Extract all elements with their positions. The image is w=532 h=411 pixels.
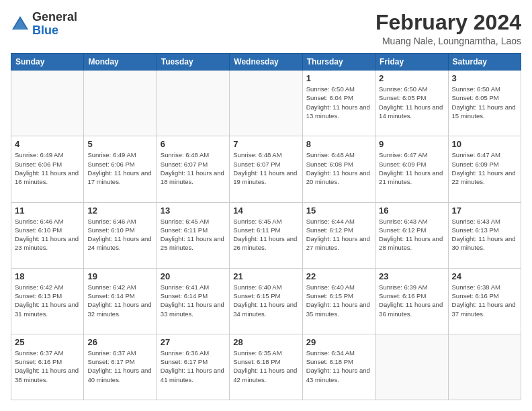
table-row: 3Sunrise: 6:50 AM Sunset: 6:05 PM Daylig… — [448, 71, 521, 136]
day-info: Sunrise: 6:42 AM Sunset: 6:14 PM Dayligh… — [87, 283, 152, 318]
day-info: Sunrise: 6:37 AM Sunset: 6:16 PM Dayligh… — [15, 349, 80, 384]
table-row: 26Sunrise: 6:37 AM Sunset: 6:17 PM Dayli… — [84, 334, 157, 400]
day-info: Sunrise: 6:37 AM Sunset: 6:17 PM Dayligh… — [87, 349, 152, 384]
day-number: 23 — [379, 271, 444, 281]
table-row: 29Sunrise: 6:34 AM Sunset: 6:18 PM Dayli… — [302, 334, 375, 400]
day-number: 28 — [233, 337, 298, 347]
table-row: 28Sunrise: 6:35 AM Sunset: 6:18 PM Dayli… — [230, 334, 302, 400]
day-number: 14 — [233, 205, 298, 216]
col-sunday: Sunday — [11, 54, 84, 71]
table-row: 18Sunrise: 6:42 AM Sunset: 6:13 PM Dayli… — [11, 268, 84, 334]
col-thursday: Thursday — [302, 54, 375, 71]
day-number: 27 — [161, 337, 226, 347]
day-info: Sunrise: 6:38 AM Sunset: 6:16 PM Dayligh… — [452, 283, 517, 318]
day-info: Sunrise: 6:50 AM Sunset: 6:05 PM Dayligh… — [452, 85, 517, 120]
day-info: Sunrise: 6:42 AM Sunset: 6:13 PM Dayligh… — [15, 283, 80, 318]
table-row — [375, 334, 448, 400]
table-row: 9Sunrise: 6:47 AM Sunset: 6:09 PM Daylig… — [375, 136, 448, 202]
day-number: 22 — [306, 271, 371, 281]
table-row: 2Sunrise: 6:50 AM Sunset: 6:05 PM Daylig… — [375, 71, 448, 136]
day-info: Sunrise: 6:36 AM Sunset: 6:17 PM Dayligh… — [161, 349, 226, 384]
table-row: 22Sunrise: 6:40 AM Sunset: 6:15 PM Dayli… — [302, 268, 375, 334]
logo-blue: Blue — [32, 24, 58, 37]
day-number: 13 — [161, 205, 226, 216]
day-number: 4 — [15, 139, 80, 149]
day-number: 2 — [379, 73, 444, 83]
day-number: 8 — [306, 139, 371, 149]
col-monday: Monday — [84, 54, 157, 71]
table-row: 14Sunrise: 6:45 AM Sunset: 6:11 PM Dayli… — [230, 202, 302, 268]
calendar-header-row: Sunday Monday Tuesday Wednesday Thursday… — [11, 54, 521, 71]
day-number: 5 — [87, 139, 152, 149]
day-info: Sunrise: 6:48 AM Sunset: 6:07 PM Dayligh… — [161, 150, 226, 186]
table-row: 1Sunrise: 6:50 AM Sunset: 6:04 PM Daylig… — [302, 71, 375, 136]
day-info: Sunrise: 6:49 AM Sunset: 6:06 PM Dayligh… — [87, 150, 152, 186]
day-info: Sunrise: 6:39 AM Sunset: 6:16 PM Dayligh… — [379, 283, 444, 318]
table-row: 16Sunrise: 6:43 AM Sunset: 6:12 PM Dayli… — [375, 202, 448, 268]
header: General Blue February 2024 Muang Nale, L… — [11, 11, 521, 46]
table-row — [157, 71, 229, 136]
col-saturday: Saturday — [448, 54, 521, 71]
table-row: 23Sunrise: 6:39 AM Sunset: 6:16 PM Dayli… — [375, 268, 448, 334]
table-row: 27Sunrise: 6:36 AM Sunset: 6:17 PM Dayli… — [157, 334, 229, 400]
day-info: Sunrise: 6:44 AM Sunset: 6:12 PM Dayligh… — [306, 217, 371, 253]
calendar-table: Sunday Monday Tuesday Wednesday Thursday… — [11, 53, 521, 400]
month-title: February 2024 — [375, 11, 521, 34]
table-row: 15Sunrise: 6:44 AM Sunset: 6:12 PM Dayli… — [302, 202, 375, 268]
calendar-week-row: 4Sunrise: 6:49 AM Sunset: 6:06 PM Daylig… — [11, 136, 521, 202]
calendar-week-row: 18Sunrise: 6:42 AM Sunset: 6:13 PM Dayli… — [11, 268, 521, 334]
col-friday: Friday — [375, 54, 448, 71]
day-number: 3 — [452, 73, 517, 83]
table-row: 8Sunrise: 6:48 AM Sunset: 6:08 PM Daylig… — [302, 136, 375, 202]
day-info: Sunrise: 6:50 AM Sunset: 6:05 PM Dayligh… — [379, 85, 444, 120]
day-number: 11 — [15, 205, 80, 216]
day-number: 9 — [379, 139, 444, 149]
day-info: Sunrise: 6:47 AM Sunset: 6:09 PM Dayligh… — [379, 150, 444, 186]
day-number: 20 — [161, 271, 226, 281]
day-number: 10 — [452, 139, 517, 149]
col-tuesday: Tuesday — [157, 54, 229, 71]
table-row: 10Sunrise: 6:47 AM Sunset: 6:09 PM Dayli… — [448, 136, 521, 202]
day-info: Sunrise: 6:43 AM Sunset: 6:13 PM Dayligh… — [452, 217, 517, 253]
day-info: Sunrise: 6:45 AM Sunset: 6:11 PM Dayligh… — [161, 217, 226, 253]
day-info: Sunrise: 6:35 AM Sunset: 6:18 PM Dayligh… — [233, 349, 298, 384]
day-number: 7 — [233, 139, 298, 149]
day-number: 12 — [87, 205, 152, 216]
col-wednesday: Wednesday — [230, 54, 302, 71]
day-number: 21 — [233, 271, 298, 281]
logo-text: General Blue — [32, 11, 77, 38]
table-row — [230, 71, 302, 136]
day-info: Sunrise: 6:46 AM Sunset: 6:10 PM Dayligh… — [15, 217, 80, 253]
table-row — [448, 334, 521, 400]
calendar-week-row: 11Sunrise: 6:46 AM Sunset: 6:10 PM Dayli… — [11, 202, 521, 268]
table-row: 11Sunrise: 6:46 AM Sunset: 6:10 PM Dayli… — [11, 202, 84, 268]
day-info: Sunrise: 6:40 AM Sunset: 6:15 PM Dayligh… — [233, 283, 298, 318]
day-info: Sunrise: 6:49 AM Sunset: 6:06 PM Dayligh… — [15, 150, 80, 186]
day-number: 15 — [306, 205, 371, 216]
table-row: 17Sunrise: 6:43 AM Sunset: 6:13 PM Dayli… — [448, 202, 521, 268]
day-info: Sunrise: 6:41 AM Sunset: 6:14 PM Dayligh… — [161, 283, 226, 318]
table-row: 6Sunrise: 6:48 AM Sunset: 6:07 PM Daylig… — [157, 136, 229, 202]
table-row — [84, 71, 157, 136]
day-number: 26 — [87, 337, 152, 347]
table-row: 7Sunrise: 6:48 AM Sunset: 6:07 PM Daylig… — [230, 136, 302, 202]
day-info: Sunrise: 6:50 AM Sunset: 6:04 PM Dayligh… — [306, 85, 371, 120]
day-number: 29 — [306, 337, 371, 347]
table-row: 5Sunrise: 6:49 AM Sunset: 6:06 PM Daylig… — [84, 136, 157, 202]
table-row: 21Sunrise: 6:40 AM Sunset: 6:15 PM Dayli… — [230, 268, 302, 334]
day-number: 1 — [306, 73, 371, 83]
day-number: 6 — [161, 139, 226, 149]
table-row — [11, 71, 84, 136]
day-info: Sunrise: 6:48 AM Sunset: 6:07 PM Dayligh… — [233, 150, 298, 186]
table-row: 25Sunrise: 6:37 AM Sunset: 6:16 PM Dayli… — [11, 334, 84, 400]
day-number: 17 — [452, 205, 517, 216]
day-number: 19 — [87, 271, 152, 281]
calendar-week-row: 1Sunrise: 6:50 AM Sunset: 6:04 PM Daylig… — [11, 71, 521, 136]
day-number: 24 — [452, 271, 517, 281]
table-row: 19Sunrise: 6:42 AM Sunset: 6:14 PM Dayli… — [84, 268, 157, 334]
table-row: 13Sunrise: 6:45 AM Sunset: 6:11 PM Dayli… — [157, 202, 229, 268]
table-row: 20Sunrise: 6:41 AM Sunset: 6:14 PM Dayli… — [157, 268, 229, 334]
day-info: Sunrise: 6:47 AM Sunset: 6:09 PM Dayligh… — [452, 150, 517, 186]
calendar-week-row: 25Sunrise: 6:37 AM Sunset: 6:16 PM Dayli… — [11, 334, 521, 400]
table-row: 4Sunrise: 6:49 AM Sunset: 6:06 PM Daylig… — [11, 136, 84, 202]
